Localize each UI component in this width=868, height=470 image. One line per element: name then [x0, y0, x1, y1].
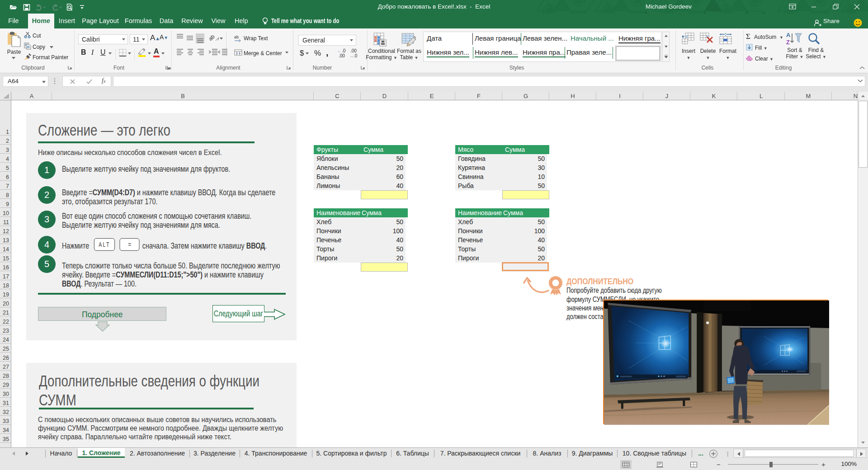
svg-text:A: A	[786, 32, 791, 38]
svg-text:ab: ab	[209, 34, 216, 42]
svg-text:Z: Z	[786, 39, 790, 45]
svg-text:ab: ab	[234, 35, 239, 39]
